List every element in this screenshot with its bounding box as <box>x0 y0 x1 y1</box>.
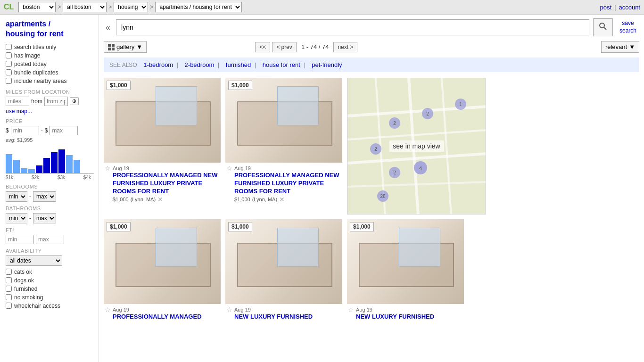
save-search-line2: search <box>619 27 636 34</box>
gallery-view-button[interactable]: gallery ▼ <box>104 41 147 53</box>
listing-date: Aug 19 <box>113 307 129 313</box>
favorite-star-icon[interactable]: ☆ <box>348 306 354 313</box>
wheelchair-access-label[interactable]: wheelchair access <box>6 303 94 309</box>
nav-divider: | <box>614 4 616 11</box>
listing-card[interactable]: $1,000 ☆ Aug 19 PROFESSIONALLY MANAGED N… <box>104 78 221 214</box>
ft2-max-input[interactable] <box>36 235 64 244</box>
bundle-duplicates-checkbox[interactable] <box>6 69 12 75</box>
city-select[interactable]: boston new york chicago <box>18 2 56 12</box>
favorite-star-icon[interactable]: ☆ <box>226 165 232 172</box>
favorite-star-icon[interactable]: ☆ <box>105 165 111 172</box>
bathrooms-min-select[interactable]: min12 <box>6 213 27 223</box>
listing-title[interactable]: PROFESSIONALLY MANAGED NEW FURNISHED LUX… <box>113 172 220 196</box>
bundle-duplicates-label[interactable]: bundle duplicates <box>6 69 94 76</box>
listing-title[interactable]: NEW LUXURY FURNISHED <box>356 313 434 321</box>
see-also-pet-friendly[interactable]: pet-friendly <box>312 61 342 68</box>
post-link[interactable]: post <box>600 4 611 11</box>
dogs-ok-label[interactable]: dogs ok <box>6 277 94 284</box>
furnished-label[interactable]: furnished <box>6 286 94 292</box>
posted-today-text: posted today <box>14 61 47 67</box>
bar-2 <box>13 160 20 173</box>
next-page-button[interactable]: next > <box>333 42 357 52</box>
listing-meta: $1,000 (Lynn, MA) ✕ <box>113 196 220 203</box>
posted-today-checkbox[interactable] <box>6 61 12 67</box>
listing-title[interactable]: PROFESSIONALLY MANAGED NEW FURNISHED LUX… <box>234 172 341 196</box>
bedrooms-max-select[interactable]: max123 <box>33 191 56 202</box>
listing-card[interactable]: $1,000 ☆ Aug 19 PROFESSIONALLY MANAGED N… <box>225 78 342 214</box>
sort-button[interactable]: relevant ▼ <box>601 41 639 53</box>
include-nearby-checkbox[interactable] <box>6 78 12 84</box>
listing-info: ☆ Aug 19 NEW LUXURY FURNISHED <box>225 304 342 323</box>
see-also-house-for-rent[interactable]: house for rent <box>263 61 300 68</box>
price-dollar-max: $ <box>45 127 48 134</box>
listing-date: Aug 19 <box>356 307 372 313</box>
miles-input[interactable] <box>6 97 29 106</box>
listing-price-badge: $1,000 <box>228 222 252 231</box>
see-also-prefix: SEE ALSO <box>109 62 137 68</box>
collapse-sidebar-button[interactable]: « <box>104 23 112 33</box>
no-smoking-checkbox[interactable] <box>6 294 12 300</box>
dogs-ok-text: dogs ok <box>14 277 34 284</box>
see-also-1bedroom[interactable]: 1-bedroom <box>143 61 173 68</box>
no-smoking-label[interactable]: no smoking <box>6 294 94 301</box>
listing-image <box>104 78 221 163</box>
zip-input[interactable] <box>44 97 68 106</box>
sort-label: relevant <box>605 43 627 50</box>
search-button[interactable] <box>593 18 613 36</box>
bar-1 <box>6 154 12 173</box>
sort-wrapper: relevant ▼ <box>601 41 639 53</box>
ft2-section-heading: FT² <box>6 227 94 233</box>
price-min-input[interactable] <box>11 126 39 135</box>
ft2-min-input[interactable] <box>6 235 34 244</box>
favorite-star-icon[interactable]: ☆ <box>226 306 232 313</box>
prev-page-button[interactable]: < prev <box>272 42 297 52</box>
pipe-4: | <box>304 62 305 68</box>
listing-remove-icon[interactable]: ✕ <box>279 196 285 203</box>
see-also-2bedroom[interactable]: 2-bedroom <box>185 61 215 68</box>
svg-point-0 <box>600 23 604 28</box>
listing-title[interactable]: PROFESSIONALLY MANAGED <box>113 313 202 321</box>
wheelchair-access-checkbox[interactable] <box>6 303 12 309</box>
category-select[interactable]: housing for sale jobs <box>114 2 148 12</box>
price-axis-4k: $4k <box>83 175 91 180</box>
region-select[interactable]: all boston north shore south shore <box>63 2 107 12</box>
has-image-text: has image <box>14 52 40 59</box>
search-titles-only-checkbox[interactable] <box>6 44 12 50</box>
location-crosshair-button[interactable]: ⊕ <box>70 97 79 105</box>
search-titles-only-label[interactable]: search titles only <box>6 44 94 50</box>
listing-title[interactable]: NEW LUXURY FURNISHED <box>234 313 313 321</box>
furnished-checkbox[interactable] <box>6 286 12 292</box>
see-also-furnished[interactable]: furnished <box>226 61 251 68</box>
cats-ok-checkbox[interactable] <box>6 269 12 275</box>
cats-ok-label[interactable]: cats ok <box>6 269 94 275</box>
svg-rect-5 <box>112 48 115 50</box>
include-nearby-label[interactable]: include nearby areas <box>6 78 94 84</box>
map-view-label[interactable]: see in map view <box>389 140 444 152</box>
search-input[interactable] <box>116 19 589 35</box>
listing-card[interactable]: $1,000 ☆ Aug 19 NEW LUXURY FURNISHED <box>347 219 464 323</box>
listing-card[interactable]: $1,000 ☆ Aug 19 NEW LUXURY FURNISHED <box>225 219 342 323</box>
account-link[interactable]: account <box>619 4 640 11</box>
availability-select[interactable]: all dates today this week this month <box>6 255 62 266</box>
bedrooms-min-select[interactable]: min123 <box>6 191 27 202</box>
bathrooms-max-select[interactable]: max12 <box>33 213 56 223</box>
posted-today-label[interactable]: posted today <box>6 61 94 67</box>
listing-card[interactable]: $1,000 ☆ Aug 19 PROFESSIONALLY MANAGED <box>104 219 221 323</box>
bar-7 <box>51 152 58 173</box>
price-max-input[interactable] <box>50 126 78 135</box>
dogs-ok-checkbox[interactable] <box>6 277 12 283</box>
subcategory-select[interactable]: apartments / housing for rent rooms & sh… <box>155 2 242 12</box>
amenity-checkboxes: cats ok dogs ok furnished no smoking whe… <box>6 269 94 309</box>
map-panel[interactable]: 2 2 1 2 4 2 26 <box>347 78 486 214</box>
save-search-button[interactable]: save search <box>617 20 639 34</box>
has-image-checkbox[interactable] <box>6 52 12 58</box>
svg-text:2: 2 <box>393 170 396 175</box>
first-page-button[interactable]: << <box>255 42 270 52</box>
favorite-star-icon[interactable]: ☆ <box>105 306 111 313</box>
price-dollar-min: $ <box>6 127 9 134</box>
listing-remove-icon[interactable]: ✕ <box>157 196 163 203</box>
svg-rect-2 <box>108 44 111 47</box>
listing-meta-price: $1,000 <box>113 197 129 202</box>
use-map-link[interactable]: use map... <box>6 108 32 115</box>
has-image-label[interactable]: has image <box>6 52 94 59</box>
